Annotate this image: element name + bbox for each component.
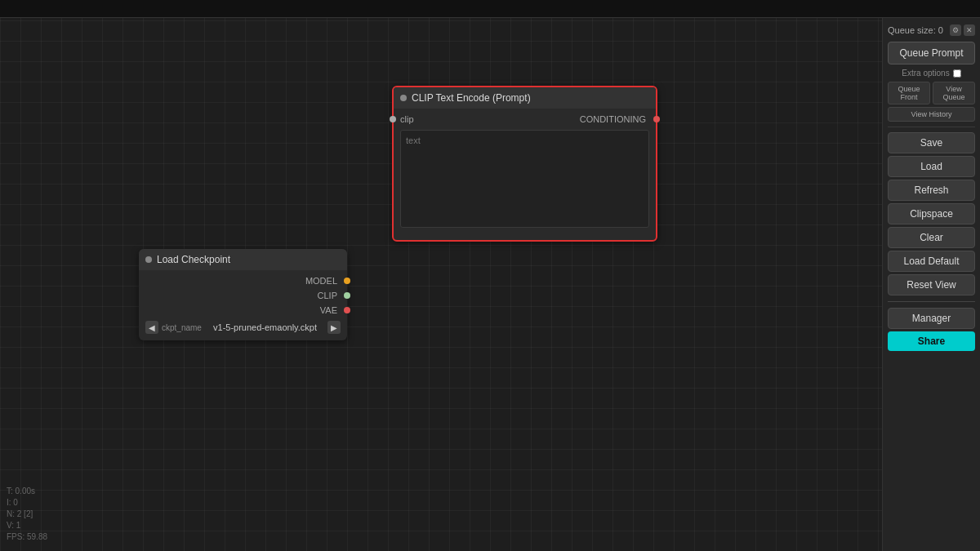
queue-close-icon[interactable]: ✕ [964, 24, 975, 36]
queue-header: Queue size: 0 ⚙ ✕ [888, 23, 975, 38]
port-vae-label: VAE [320, 305, 337, 315]
clip-text-input[interactable] [400, 130, 649, 228]
checkpoint-next-btn[interactable]: ▶ [327, 321, 341, 334]
manager-button[interactable]: Manager [888, 308, 975, 329]
stat-t: T: 0.00s [7, 486, 47, 497]
save-button[interactable]: Save [888, 132, 975, 153]
sub-btn-row: Queue Front View Queue [888, 82, 975, 104]
clip-input-dot[interactable] [390, 116, 396, 122]
node-load-checkpoint-title: Load Checkpoint [157, 254, 230, 265]
port-model-row: MODEL [139, 273, 347, 288]
clip-input-port-row: clip CONDITIONING [394, 112, 656, 127]
clear-button[interactable]: Clear [888, 227, 975, 248]
stats-overlay: T: 0.00s I: 0 N: 2 [2] V: 1 FPS: 59.88 [7, 486, 47, 543]
extra-options-row: Extra options [888, 67, 975, 79]
node-clip-header: CLIP Text Encode (Prompt) [394, 87, 656, 109]
checkpoint-widget-row: ◀ ckpt_name v1-5-pruned-emaonly.ckpt ▶ [139, 318, 347, 337]
queue-size-label: Queue size: 0 [888, 25, 943, 35]
clip-input-label: clip [400, 114, 414, 124]
stat-fps: FPS: 59.88 [7, 531, 47, 543]
port-model-dot[interactable] [344, 278, 350, 284]
refresh-button[interactable]: Refresh [888, 180, 975, 201]
extra-options-label: Extra options [902, 69, 949, 78]
divider-2 [888, 301, 975, 302]
stat-n: N: 2 [2] [7, 509, 47, 520]
queue-icons: ⚙ ✕ [950, 24, 975, 36]
share-button[interactable]: Share [888, 331, 975, 351]
load-default-button[interactable]: Load Default [888, 251, 975, 272]
clip-output-label: CONDITIONING [580, 114, 646, 124]
port-model-label: MODEL [305, 276, 337, 286]
right-panel: Queue size: 0 ⚙ ✕ Queue Prompt Extra opt… [882, 18, 980, 551]
port-clip-row: CLIP [139, 288, 347, 303]
checkpoint-label: ckpt_name [162, 323, 203, 332]
node-clip-text-encode: CLIP Text Encode (Prompt) clip CONDITION… [392, 86, 657, 242]
port-vae-row: VAE [139, 303, 347, 318]
checkpoint-prev-btn[interactable]: ◀ [145, 321, 158, 334]
clip-textarea-container [400, 130, 649, 230]
node-load-checkpoint-body: MODEL CLIP VAE ◀ ckpt_name v1-5-pruned-e… [139, 270, 347, 340]
node-clip-title: CLIP Text Encode (Prompt) [412, 92, 531, 104]
extra-options-checkbox[interactable] [953, 69, 961, 78]
reset-view-button[interactable]: Reset View [888, 274, 975, 295]
port-clip-dot[interactable] [344, 292, 350, 299]
top-bar [0, 0, 980, 18]
view-queue-button[interactable]: View Queue [933, 82, 975, 104]
queue-front-button[interactable]: Queue Front [888, 82, 930, 104]
load-button[interactable]: Load [888, 156, 975, 177]
node-load-checkpoint: Load Checkpoint MODEL CLIP VAE ◀ ckpt_na… [139, 249, 347, 340]
port-vae-dot[interactable] [344, 307, 350, 313]
checkpoint-value: v1-5-pruned-emaonly.ckpt [206, 322, 324, 332]
node-status-dot [145, 256, 152, 263]
divider-1 [888, 127, 975, 127]
stat-v: V: 1 [7, 520, 47, 531]
node-load-checkpoint-header: Load Checkpoint [139, 249, 347, 270]
clip-body: clip CONDITIONING [394, 109, 656, 240]
stat-l: I: 0 [7, 497, 47, 509]
clipspace-button[interactable]: Clipspace [888, 203, 975, 224]
clip-node-status-dot [400, 95, 407, 101]
view-history-button[interactable]: View History [888, 107, 975, 122]
queue-prompt-button[interactable]: Queue Prompt [888, 42, 975, 64]
port-clip-label: CLIP [318, 291, 337, 300]
conditioning-output-dot[interactable] [653, 116, 660, 122]
queue-settings-icon[interactable]: ⚙ [950, 24, 961, 36]
